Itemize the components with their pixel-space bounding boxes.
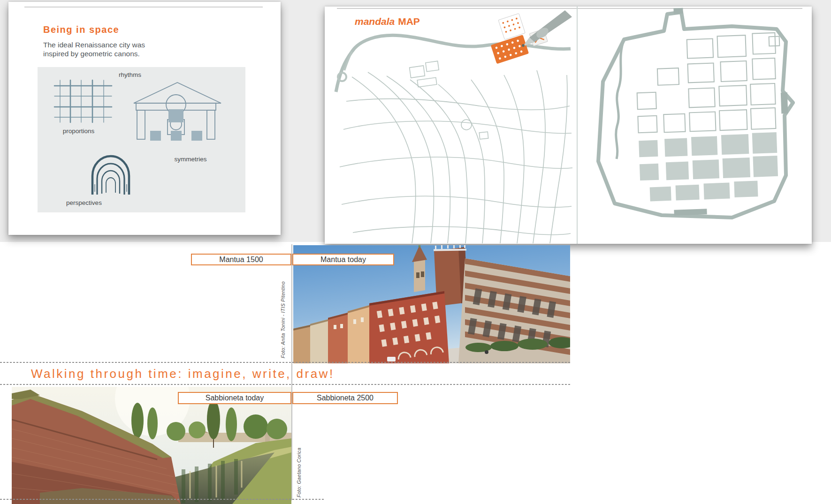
sabbioneta-walls-moat — [12, 387, 291, 504]
mantua-street-map — [336, 35, 572, 243]
red-palazzo — [369, 291, 449, 363]
dashed-separator — [0, 499, 324, 500]
sabbioneta-grid-map — [598, 7, 793, 218]
label-symmetries: symmetries — [164, 156, 217, 163]
subtitle-line-1: The ideal Renaissance city was — [43, 40, 145, 49]
card-being-in-space: Being in space The ideal Renaissance cit… — [8, 2, 281, 235]
card-top-rule — [24, 7, 263, 8]
workbook-spread: Being in space The ideal Renaissance cit… — [0, 0, 831, 504]
label-mantua-1500: Mantua 1500 — [191, 254, 291, 265]
city-maps-drawing — [325, 7, 812, 244]
label-proportions: proportions — [52, 128, 106, 135]
being-in-space-subtitle: The ideal Renaissance city was inspired … — [43, 40, 145, 58]
label-sabbioneta-today: Sabbioneta today — [178, 392, 291, 404]
subtitle-line-2: inspired by geometric canons. — [43, 49, 145, 58]
sabbioneta-photo-credit: Foto: Gaetano Corica — [296, 444, 303, 497]
card-mandala-map: mandalaMAP — [325, 7, 812, 244]
geometry-diagram-panel: rhythms proportions symmetries perspecti… — [38, 67, 245, 212]
label-mantua-today: Mantua today — [292, 254, 394, 265]
label-sabbioneta-2500: Sabbioneta 2500 — [292, 392, 398, 404]
label-perspectives: perspectives — [56, 199, 112, 206]
label-rhythms: rhythms — [113, 71, 147, 78]
sabbioneta-photo — [12, 387, 291, 504]
dashed-separator — [0, 362, 570, 363]
geometry-diagrams-drawing — [38, 67, 245, 212]
mantua-photo-credit: Foto: Anita Tonini - ITIS Pitentino — [280, 283, 287, 358]
dashed-separator — [0, 384, 570, 385]
being-in-space-title: Being in space — [43, 24, 119, 35]
pencil-map-icon — [484, 8, 572, 64]
walking-through-time-heading: Walking through time: imagine, write, dr… — [31, 367, 335, 381]
